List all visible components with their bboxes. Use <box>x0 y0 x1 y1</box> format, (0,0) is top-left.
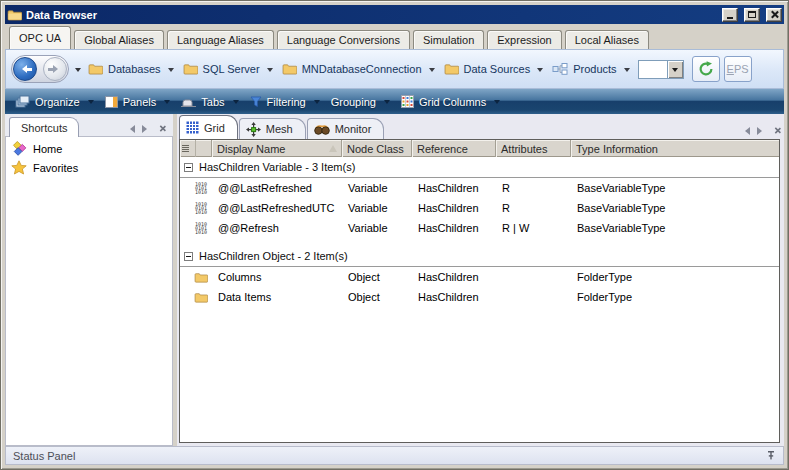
tab-shortcuts[interactable]: Shortcuts <box>9 117 79 137</box>
star-icon <box>11 160 27 175</box>
close-button[interactable] <box>766 8 782 22</box>
group-header-haschildren-object[interactable]: HasChildren Object - 2 Item(s) <box>180 246 779 267</box>
nav-history-dropdown[interactable] <box>75 68 81 75</box>
tab-simulation[interactable]: Simulation <box>413 30 484 49</box>
nav-combobox-input[interactable] <box>639 61 667 78</box>
cell-display-name: Columns <box>212 271 342 283</box>
layers-icon <box>15 95 30 108</box>
refresh-button[interactable] <box>692 56 720 82</box>
shortcut-favorites[interactable]: Favorites <box>6 158 172 177</box>
window-title: Data Browser <box>26 9 716 21</box>
column-header-label: Reference <box>417 143 468 155</box>
nav-button-group <box>11 55 69 83</box>
group-header-haschildren-variable[interactable]: HasChildren Variable - 3 Item(s) <box>180 157 779 178</box>
table-row[interactable]: Data Items Object HasChildren FolderType <box>180 287 779 307</box>
breadcrumb-label: SQL Server <box>203 63 260 75</box>
ribbon-toolbar: Organize Panels Tabs Filtering Grouping <box>5 89 784 114</box>
breadcrumb-dropdown-icon[interactable] <box>537 68 543 75</box>
panel-icon <box>105 96 118 108</box>
breadcrumb-label: Products <box>573 63 616 75</box>
close-panel-icon[interactable] <box>774 127 781 134</box>
table-row[interactable]: 101001011010 @@LastRefreshed Variable Ha… <box>180 178 779 198</box>
funnel-icon <box>250 96 262 108</box>
maximize-button[interactable] <box>744 8 760 22</box>
minimize-icon <box>727 17 733 19</box>
cell-attributes: R <box>496 182 571 194</box>
cell-reference: HasChildren <box>412 202 496 214</box>
cell-node-class: Object <box>342 291 412 303</box>
breadcrumb-products[interactable]: Products <box>549 63 619 75</box>
pin-icon <box>766 450 776 462</box>
collapse-icon[interactable] <box>184 252 193 261</box>
eps-button[interactable]: EPS <box>724 56 752 82</box>
tab-local-aliases[interactable]: Local Aliases <box>565 30 649 49</box>
tab-monitor[interactable]: Monitor <box>307 118 385 139</box>
forward-button[interactable] <box>43 57 67 81</box>
back-button[interactable] <box>13 57 37 81</box>
shortcuts-panel: Shortcuts Home Favorites <box>5 114 173 446</box>
cell-reference: HasChildren <box>412 222 496 234</box>
table-row[interactable]: 101001011010 @@LastRefreshedUTC Variable… <box>180 198 779 218</box>
ribbon-grouping[interactable]: Grouping <box>331 96 392 108</box>
document-tabstrip: Grid Mesh Monitor <box>177 114 784 139</box>
column-header-display-name[interactable]: Display Name <box>212 140 342 157</box>
tab-language-aliases[interactable]: Language Aliases <box>167 30 274 49</box>
folder-icon <box>444 63 459 75</box>
ribbon-panels[interactable]: Panels <box>105 96 173 108</box>
breadcrumb-data-sources[interactable]: Data Sources <box>441 63 534 75</box>
pin-button[interactable] <box>766 450 776 462</box>
column-header-indicator[interactable] <box>180 140 212 157</box>
minimize-button[interactable] <box>722 8 738 22</box>
shortcut-label: Home <box>33 143 62 155</box>
scroll-left-icon[interactable] <box>126 125 135 133</box>
binary-icon: 101001011010 <box>195 202 207 214</box>
forward-arrow-icon <box>48 65 62 73</box>
close-panel-icon[interactable] <box>159 125 166 132</box>
shortcut-home[interactable]: Home <box>6 139 172 158</box>
tab-expression[interactable]: Expression <box>487 30 561 49</box>
cell-type-information: FolderType <box>571 271 779 283</box>
ribbon-tabs[interactable]: Tabs <box>181 96 240 108</box>
breadcrumb-sql-server[interactable]: SQL Server <box>180 63 263 75</box>
column-header-attributes[interactable]: Attributes <box>496 140 571 157</box>
breadcrumb-databases[interactable]: Databases <box>85 63 164 75</box>
combobox-dropdown-button[interactable] <box>667 61 683 78</box>
breadcrumb-dropdown-icon[interactable] <box>429 68 435 75</box>
breadcrumb-mndatabaseconnection[interactable]: MNDatabaseConnection <box>279 63 425 75</box>
chevron-down-icon <box>233 100 239 107</box>
breadcrumb-dropdown-icon[interactable] <box>168 68 174 75</box>
tab-opc-ua[interactable]: OPC UA <box>9 26 71 49</box>
status-bar: Status Panel <box>5 446 784 465</box>
breadcrumb-dropdown-icon[interactable] <box>267 68 273 75</box>
titlebar: Data Browser <box>5 5 784 24</box>
column-header-reference[interactable]: Reference <box>412 140 496 157</box>
tab-language-conversions[interactable]: Language Conversions <box>277 30 410 49</box>
doc-tab-label: Mesh <box>266 123 293 135</box>
tab-global-aliases[interactable]: Global Aliases <box>74 30 164 49</box>
tab-grid[interactable]: Grid <box>179 115 238 139</box>
collapse-icon[interactable] <box>184 163 193 172</box>
cell-node-class: Variable <box>342 182 412 194</box>
cell-type-information: BaseVariableType <box>571 202 779 214</box>
folder-icon <box>183 63 198 75</box>
table-row[interactable]: Columns Object HasChildren FolderType <box>180 267 779 287</box>
move-arrows-icon <box>246 122 261 137</box>
scroll-left-icon[interactable] <box>741 127 750 135</box>
grid-header: Display Name Node Class Reference Attrib… <box>180 140 779 157</box>
tab-mesh[interactable]: Mesh <box>239 118 306 139</box>
table-row[interactable]: 101001011010 @@Refresh Variable HasChild… <box>180 218 779 238</box>
ribbon-item-label: Panels <box>123 96 157 108</box>
ribbon-grid-columns[interactable]: Grid Columns <box>401 95 502 108</box>
ribbon-item-label: Grouping <box>331 96 376 108</box>
scroll-right-icon[interactable] <box>142 125 151 133</box>
column-header-node-class[interactable]: Node Class <box>342 140 412 157</box>
ribbon-organize[interactable]: Organize <box>15 95 96 108</box>
close-icon <box>770 10 779 19</box>
cell-reference: HasChildren <box>412 271 496 283</box>
group-label: HasChildren Object - 2 Item(s) <box>199 250 348 262</box>
scroll-right-icon[interactable] <box>757 127 766 135</box>
ribbon-filtering[interactable]: Filtering <box>250 96 322 108</box>
header-separator <box>195 140 196 157</box>
column-header-type-information[interactable]: Type Information <box>571 140 779 157</box>
breadcrumb-dropdown-icon[interactable] <box>624 68 630 75</box>
